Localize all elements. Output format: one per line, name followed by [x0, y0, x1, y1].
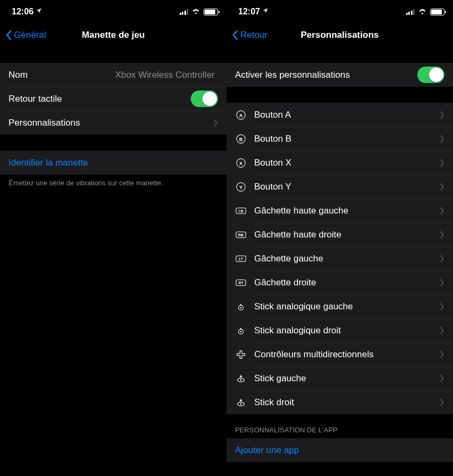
row-button-mapping[interactable]: XBouton X [226, 151, 453, 175]
chevron-left-icon [5, 30, 12, 40]
chevron-right-icon [440, 255, 444, 262]
row-label: Retour tactile [9, 94, 191, 104]
chevron-right-icon [440, 135, 444, 143]
row-label: Personnalisations [9, 118, 214, 128]
controller-button-icon: RB [235, 231, 247, 239]
back-button[interactable]: Général [5, 30, 46, 40]
row-button-mapping[interactable]: RBGâchette haute droite [226, 223, 453, 247]
row-label: Nom [9, 70, 115, 80]
chevron-right-icon [440, 279, 444, 286]
row-label: Gâchette haute droite [254, 229, 440, 240]
chevron-right-icon [440, 183, 444, 191]
wifi-icon [418, 7, 427, 17]
location-icon [36, 7, 42, 15]
controller-button-icon [235, 302, 247, 311]
row-enable-customizations[interactable]: Activer les personnalisations [226, 63, 453, 87]
chevron-right-icon [214, 119, 218, 127]
controller-button-icon: A [235, 110, 247, 120]
section-header-app-customization: PERSONNALISATION DE L'APP [226, 414, 453, 438]
status-time: 12:07 [238, 7, 260, 17]
cellular-icon [180, 9, 189, 15]
controller-button-icon: LT [235, 255, 247, 262]
row-button-mapping[interactable]: Stick analogique droit [226, 318, 453, 342]
battery-icon [430, 9, 444, 15]
status-bar: 12:06 [0, 0, 226, 23]
controller-button-icon: LB [235, 207, 247, 215]
row-controller-name[interactable]: Nom Xbox Wireless Controller [0, 63, 226, 87]
row-button-mapping[interactable]: BBouton B [226, 127, 453, 151]
chevron-right-icon [440, 303, 444, 310]
controller-button-icon: Y [235, 182, 247, 192]
nav-bar: Retour Personnalisations [226, 23, 453, 47]
chevron-right-icon [440, 375, 444, 382]
chevron-right-icon [440, 351, 444, 358]
location-icon [262, 7, 269, 15]
row-label: Bouton X [254, 158, 440, 168]
row-label: Gâchette gauche [254, 253, 440, 264]
svg-point-21 [240, 379, 242, 381]
screenshot-right: 12:07 Retour Personnalisations Activer l… [226, 0, 453, 476]
nav-bar: Général Manette de jeu [0, 23, 226, 47]
button-mapping-list: ABouton ABBouton BXBouton XYBouton YLBGâ… [226, 103, 453, 414]
row-label: Gâchette droite [254, 277, 440, 288]
row-add-app[interactable]: Ajouter une app [226, 438, 453, 462]
row-label: Stick analogique gauche [254, 301, 440, 312]
battery-icon [204, 9, 218, 15]
svg-point-23 [240, 403, 242, 405]
section-footer: Émettez une série de vibrations sur cett… [0, 175, 226, 187]
svg-point-19 [240, 331, 242, 332]
row-button-mapping[interactable]: Stick droit [226, 390, 453, 414]
chevron-right-icon [440, 327, 444, 334]
svg-text:B: B [239, 136, 243, 142]
chevron-right-icon [440, 207, 444, 215]
controller-button-icon: RT [235, 279, 247, 286]
controller-button-icon: X [235, 158, 247, 168]
row-identify-controller[interactable]: Identifier la manette [0, 151, 226, 175]
screenshot-left: 12:06 Général Manette de jeu Nom Xbox Wi… [0, 0, 226, 476]
svg-text:RT: RT [238, 281, 244, 284]
row-label: Gâchette haute gauche [254, 206, 440, 216]
controller-button-icon [235, 398, 247, 407]
svg-point-17 [240, 307, 242, 308]
row-label: Stick droit [254, 397, 440, 408]
row-button-mapping[interactable]: RTGâchette droite [226, 270, 453, 294]
row-customizations[interactable]: Personnalisations [0, 111, 226, 135]
row-button-mapping[interactable]: LBGâchette haute gauche [226, 199, 453, 223]
chevron-right-icon [440, 231, 444, 239]
row-button-mapping[interactable]: Contrôleurs multidirectionnels [226, 342, 453, 366]
chevron-right-icon [440, 159, 444, 167]
row-label: Identifier la manette [9, 158, 218, 168]
row-button-mapping[interactable]: YBouton Y [226, 175, 453, 199]
status-bar: 12:07 [226, 0, 453, 23]
svg-text:Y: Y [239, 184, 242, 190]
chevron-right-icon [440, 111, 444, 119]
controller-button-icon: B [235, 134, 247, 144]
chevron-right-icon [440, 399, 444, 406]
status-time: 12:06 [12, 7, 34, 17]
svg-text:LT: LT [239, 257, 244, 260]
chevron-left-icon [232, 30, 238, 40]
back-label: Général [14, 30, 46, 40]
controller-button-icon [235, 350, 247, 359]
row-label: Bouton Y [254, 182, 440, 192]
row-label: Ajouter une app [235, 445, 444, 456]
row-button-mapping[interactable]: Stick analogique gauche [226, 294, 453, 318]
back-button[interactable]: Retour [232, 30, 268, 40]
row-haptic-feedback[interactable]: Retour tactile [0, 87, 226, 111]
row-button-mapping[interactable]: ABouton A [226, 103, 453, 127]
row-label: Bouton B [254, 134, 440, 144]
controller-button-icon [235, 326, 247, 335]
row-button-mapping[interactable]: Stick gauche [226, 366, 453, 390]
row-label: Stick analogique droit [254, 325, 440, 336]
row-label: Bouton A [254, 110, 440, 120]
back-label: Retour [240, 30, 268, 40]
svg-text:RB: RB [238, 233, 244, 236]
haptic-toggle[interactable] [191, 91, 218, 107]
controller-button-icon [235, 374, 247, 383]
enable-toggle[interactable] [417, 67, 444, 83]
svg-text:LB: LB [238, 209, 243, 212]
wifi-icon [191, 7, 200, 17]
svg-text:A: A [239, 112, 243, 118]
row-button-mapping[interactable]: LTGâchette gauche [226, 247, 453, 270]
cellular-icon [406, 9, 415, 15]
